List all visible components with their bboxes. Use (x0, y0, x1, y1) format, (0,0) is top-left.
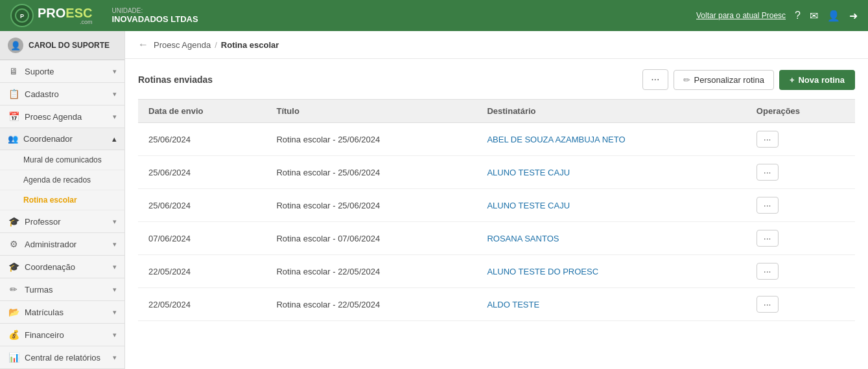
table-header: Data de envio Título Destinatário Operaç… (138, 100, 855, 123)
col-recipient: Destinatário (476, 100, 745, 123)
sidebar-item-central-relatorios[interactable]: 📊 Central de relatórios ▾ (0, 346, 124, 369)
relatorios-icon: 📊 (8, 352, 19, 363)
row-more-button[interactable]: ··· (757, 131, 779, 148)
header-right: Voltar para o atual Proesc ? ✉ 👤 ➜ (696, 10, 858, 22)
plus-icon: + (790, 75, 795, 85)
cell-operations: ··· (746, 156, 855, 189)
layout: 👤 CAROL DO SUPORTE 🖥 Suporte ▾ 📋 Cadastr… (0, 31, 868, 369)
table-row: 07/06/2024Rotina escolar - 07/06/2024ROS… (138, 222, 855, 255)
coordenador-icon: 👥 (8, 134, 18, 144)
breadcrumb-separator: / (215, 40, 217, 50)
cell-date: 25/06/2024 (138, 189, 266, 222)
sidebar-item-financeiro[interactable]: 💰 Financeiro ▾ (0, 324, 124, 346)
row-more-button[interactable]: ··· (757, 197, 779, 214)
col-date: Data de envio (138, 100, 266, 123)
logo-com: .com (38, 19, 92, 25)
cell-title: Rotina escolar - 25/06/2024 (266, 156, 476, 189)
cell-operations: ··· (746, 189, 855, 222)
sidebar-item-matriculas[interactable]: 📂 Matrículas ▾ (0, 301, 124, 324)
chevron-down-icon: ▾ (113, 240, 117, 249)
logo: P PRO ESC .com (10, 4, 92, 27)
cell-title: Rotina escolar - 07/06/2024 (266, 222, 476, 255)
help-icon[interactable]: ? (795, 10, 801, 21)
chevron-down-icon: ▾ (113, 308, 117, 317)
logo-esc: ESC (65, 6, 92, 19)
cell-date: 22/05/2024 (138, 255, 266, 288)
table-row: 22/05/2024Rotina escolar - 22/05/2024ALU… (138, 255, 855, 288)
user-icon[interactable]: 👤 (827, 10, 840, 22)
sidebar-item-professor[interactable]: 🎓 Professor ▾ (0, 210, 124, 233)
row-more-button[interactable]: ··· (757, 296, 779, 313)
sidebar: 👤 CAROL DO SUPORTE 🖥 Suporte ▾ 📋 Cadastr… (0, 31, 125, 369)
sidebar-item-cadastro[interactable]: 📋 Cadastro ▾ (0, 83, 124, 106)
sidebar-item-label: Suporte (25, 67, 54, 76)
sidebar-item-agenda-recados[interactable]: Agenda de recados (0, 170, 124, 190)
pencil-icon: ✏ (683, 75, 690, 85)
unit-info: UNIDADE: INOVADADOS LTDAS (111, 7, 198, 24)
cell-title: Rotina escolar - 22/05/2024 (266, 255, 476, 288)
mail-icon[interactable]: ✉ (810, 10, 818, 22)
sidebar-item-turmas[interactable]: ✏ Turmas ▾ (0, 278, 124, 301)
back-arrow[interactable]: ← (138, 39, 148, 50)
chevron-down-icon: ▾ (113, 285, 117, 294)
cell-date: 25/06/2024 (138, 123, 266, 156)
chevron-down-icon: ▾ (113, 90, 117, 98)
more-options-button[interactable]: ··· (642, 69, 668, 90)
coordenacao-icon: 🎓 (8, 262, 19, 272)
back-link[interactable]: Voltar para o atual Proesc (696, 11, 786, 20)
unit-label: UNIDADE: (111, 7, 198, 14)
cell-operations: ··· (746, 123, 855, 156)
sidebar-item-coordenacao[interactable]: 🎓 Coordenação ▾ (0, 256, 124, 278)
chevron-down-icon: ▾ (113, 353, 117, 362)
cell-recipient[interactable]: ALUNO TESTE DO PROESC (476, 255, 745, 288)
top-header: P PRO ESC .com UNIDADE: INOVADADOS LTDAS… (0, 0, 868, 31)
sidebar-user: 👤 CAROL DO SUPORTE (0, 31, 124, 60)
sidebar-item-label: Cadastro (25, 89, 59, 99)
cell-title: Rotina escolar - 25/06/2024 (266, 123, 476, 156)
new-routine-button[interactable]: + Nova rotina (779, 70, 855, 90)
row-more-button[interactable]: ··· (757, 164, 779, 181)
turmas-icon: ✏ (8, 284, 19, 295)
chevron-down-icon: ▾ (113, 113, 117, 121)
main-content: ← Proesc Agenda / Rotina escolar Rotinas… (125, 31, 868, 369)
financeiro-icon: 💰 (8, 330, 19, 340)
personalize-button[interactable]: ✏ Personalizar rotina (674, 70, 774, 90)
sidebar-item-coordenador[interactable]: 👥 Coordenador ▴ (0, 128, 124, 150)
chevron-down-icon: ▾ (113, 263, 117, 271)
svg-text:P: P (20, 13, 24, 19)
col-operations: Operações (746, 100, 855, 123)
sidebar-item-suporte[interactable]: 🖥 Suporte ▾ (0, 60, 124, 83)
cell-title: Rotina escolar - 25/06/2024 (266, 189, 476, 222)
cell-recipient[interactable]: ALUNO TESTE CAJU (476, 156, 745, 189)
cell-date: 22/05/2024 (138, 288, 266, 321)
exit-icon[interactable]: ➜ (849, 10, 858, 22)
sidebar-item-administrador[interactable]: ⚙ Administrador ▾ (0, 233, 124, 256)
proesc-agenda-icon: 📅 (8, 111, 19, 122)
sidebar-item-mural-comunicados[interactable]: Mural de comunicados (0, 150, 124, 170)
cell-recipient[interactable]: ALUNO TESTE CAJU (476, 189, 745, 222)
cell-recipient[interactable]: ROSANA SANTOS (476, 222, 745, 255)
sidebar-item-label: Administrador (25, 240, 76, 249)
unit-name: INOVADADOS LTDAS (111, 14, 198, 24)
chevron-down-icon: ▾ (113, 331, 117, 339)
routines-table: Data de envio Título Destinatário Operaç… (138, 99, 855, 321)
sidebar-item-label: Financeiro (25, 330, 64, 340)
breadcrumb-current: Rotina escolar (221, 40, 279, 50)
chevron-up-icon: ▴ (112, 134, 117, 144)
sidebar-item-label: Coordenação (25, 262, 75, 272)
sidebar-item-rotina-escolar[interactable]: Rotina escolar (0, 190, 124, 210)
breadcrumb-parent[interactable]: Proesc Agenda (154, 40, 211, 50)
sidebar-item-label: Coordenador (23, 134, 73, 144)
page-toolbar: Rotinas enviadas ··· ✏ Personalizar roti… (138, 69, 855, 90)
cell-recipient[interactable]: ABEL DE SOUZA AZAMBUJA NETO (476, 123, 745, 156)
avatar: 👤 (8, 38, 23, 53)
table-row: 22/05/2024Rotina escolar - 22/05/2024ALD… (138, 288, 855, 321)
row-more-button[interactable]: ··· (757, 230, 779, 247)
cell-operations: ··· (746, 222, 855, 255)
cell-recipient[interactable]: ALDO TESTE (476, 288, 745, 321)
logo-text: PRO ESC .com (38, 6, 92, 25)
row-more-button[interactable]: ··· (757, 263, 779, 280)
page-content: Rotinas enviadas ··· ✏ Personalizar roti… (125, 59, 868, 331)
sidebar-item-proesc-agenda[interactable]: 📅 Proesc Agenda ▾ (0, 106, 124, 128)
sidebar-item-label: Proesc Agenda (25, 112, 82, 122)
